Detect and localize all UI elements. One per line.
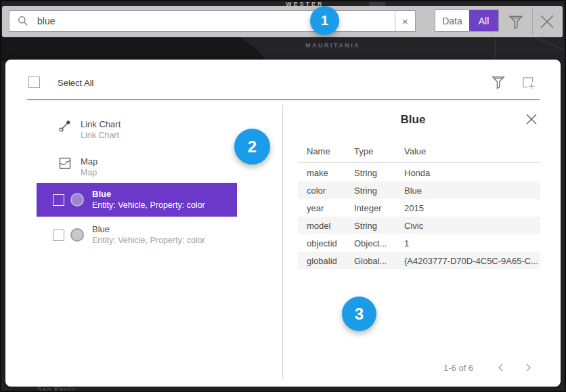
search-clear-button[interactable]: × xyxy=(395,11,415,31)
cell-value: Civic xyxy=(404,221,540,231)
result-item-map[interactable]: Map Map xyxy=(58,156,97,178)
add-selection-icon xyxy=(521,75,536,90)
detail-close-button[interactable] xyxy=(525,113,538,125)
callout-3: 3 xyxy=(342,297,376,331)
result-subtitle: Map xyxy=(81,167,97,178)
detail-title: Blue xyxy=(298,113,528,127)
cell-name: objectid xyxy=(307,238,354,248)
map-label-sao-paulo: São Paulo xyxy=(37,386,76,392)
result-subtitle: Link Chart xyxy=(81,130,121,141)
add-selection-button[interactable] xyxy=(521,75,536,90)
toolbar-divider xyxy=(532,8,533,35)
close-icon xyxy=(538,13,556,30)
map-ocean-area xyxy=(1,36,267,62)
result-title: Map xyxy=(81,156,97,167)
close-icon xyxy=(525,113,538,125)
filter-icon xyxy=(492,74,505,90)
pagination-prev-button[interactable] xyxy=(496,362,506,373)
search-input[interactable] xyxy=(36,15,395,27)
cell-value: Honda xyxy=(404,168,540,178)
link-chart-icon xyxy=(58,119,72,133)
table-header-value: Value xyxy=(404,146,540,156)
list-detail-divider xyxy=(282,105,283,379)
cell-type: Object... xyxy=(354,238,404,248)
callout-2: 2 xyxy=(234,129,270,165)
select-all-checkbox[interactable] xyxy=(28,77,40,88)
chevron-right-icon xyxy=(523,362,534,373)
table-header-divider xyxy=(298,162,540,162)
map-border-line xyxy=(494,37,497,61)
app-window: WESTER MAURITANIA São Paulo × Data All xyxy=(0,0,566,392)
result-title: Blue xyxy=(92,224,205,235)
result-item-blue-selected[interactable]: Blue Entity: Vehicle, Property: color xyxy=(37,183,237,217)
panel-divider xyxy=(27,99,540,100)
attribute-table: make String Honda color String Blue year… xyxy=(298,164,540,269)
callout-1: 1 xyxy=(310,6,339,35)
scope-option-all[interactable]: All xyxy=(469,10,498,31)
table-row: make String Honda xyxy=(298,164,540,181)
pagination-range: 1-6 of 6 xyxy=(443,363,473,373)
result-item-link-chart[interactable]: Link Chart Link Chart xyxy=(58,119,121,141)
map-label-mauritania: MAURITANIA xyxy=(305,42,360,49)
pagination-next-button[interactable] xyxy=(523,362,534,373)
map-icon xyxy=(58,156,72,170)
result-checkbox[interactable] xyxy=(53,230,64,241)
chevron-left-icon xyxy=(496,362,506,373)
cell-name: year xyxy=(307,203,354,213)
table-header-type: Type xyxy=(354,146,404,156)
result-subtitle: Entity: Vehicle, Property: color xyxy=(92,200,205,211)
filter-icon xyxy=(508,14,523,30)
result-subtitle: Entity: Vehicle, Property: color xyxy=(92,235,205,246)
result-title: Blue xyxy=(92,189,205,200)
clear-icon: × xyxy=(402,16,408,27)
cell-name: make xyxy=(307,168,354,178)
map-border-line xyxy=(534,37,566,53)
cell-name: color xyxy=(307,186,354,196)
table-row: model String Civic xyxy=(298,217,540,234)
select-all-label: Select All xyxy=(58,78,93,88)
table-row: color String Blue xyxy=(298,181,540,199)
cell-name: globalid xyxy=(307,256,354,266)
result-checkbox[interactable] xyxy=(53,194,64,206)
results-panel: Select All Link Chart xyxy=(5,60,561,387)
table-header-name: Name xyxy=(307,146,354,156)
result-title: Link Chart xyxy=(81,119,121,130)
attribute-table-header: Name Type Value xyxy=(298,146,540,156)
cell-type: String xyxy=(354,168,404,178)
scope-toggle: Data All xyxy=(435,9,499,32)
toolbar-filter-button[interactable] xyxy=(508,14,523,30)
cell-value: 1 xyxy=(404,238,540,248)
cell-name: model xyxy=(307,221,354,231)
scope-option-data[interactable]: Data xyxy=(435,10,469,31)
search-input-wrap: × xyxy=(9,10,416,32)
cell-type: Global... xyxy=(354,256,404,266)
cell-type: String xyxy=(354,186,404,196)
cell-type: Integer xyxy=(354,203,404,213)
search-toolbar: × Data All xyxy=(2,6,563,37)
cell-value: {A4203777-D70D-4C5C-9A65-C... xyxy=(404,256,540,266)
toolbar-close-button[interactable] xyxy=(538,13,556,30)
search-icon xyxy=(18,16,28,26)
cell-value: Blue xyxy=(404,186,540,196)
result-item-blue[interactable]: Blue Entity: Vehicle, Property: color xyxy=(37,218,237,252)
table-row: year Integer 2015 xyxy=(298,199,540,217)
table-row: globalid Global... {A4203777-D70D-4C5C-9… xyxy=(298,252,540,269)
entity-swatch-icon xyxy=(70,228,84,242)
panel-filter-button[interactable] xyxy=(492,74,505,90)
cell-value: 2015 xyxy=(404,203,540,213)
entity-swatch-icon xyxy=(70,193,84,206)
table-row: objectid Object... 1 xyxy=(298,234,540,252)
cell-type: String xyxy=(354,221,404,231)
